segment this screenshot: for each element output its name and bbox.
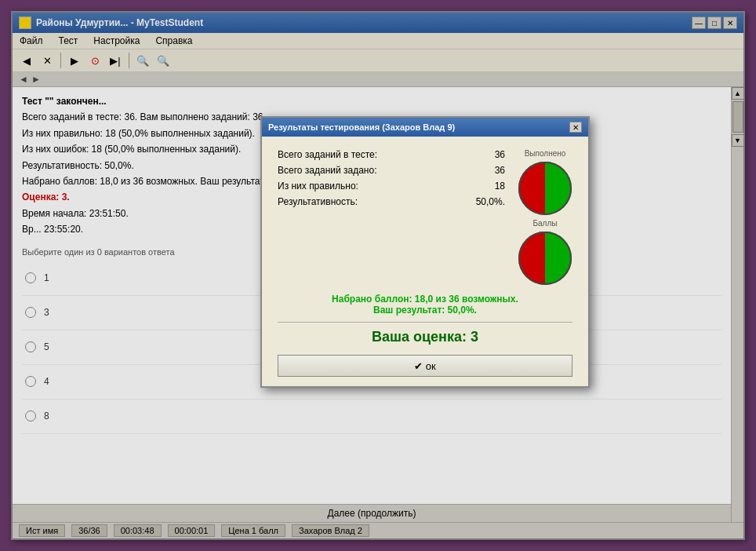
question-radio-1[interactable] bbox=[25, 272, 36, 283]
stat-row-4: Результативность: 50,0%. bbox=[278, 196, 505, 207]
dialog-score-line1: Набрано баллон: 18,0 из 36 возможных. bbox=[278, 294, 572, 305]
pie-chart-2-svg bbox=[518, 231, 572, 286]
nav-forward-arrow[interactable]: ► bbox=[31, 74, 41, 85]
status-user: Захаров Влад 2 bbox=[292, 524, 369, 537]
toolbar: ◀ ✕ ▶ ⊙ ▶| 🔍 🔍 bbox=[13, 49, 743, 72]
dialog-grade-label: Ваша оценка: bbox=[372, 329, 467, 345]
scroll-up-arrow[interactable]: ▲ bbox=[732, 87, 744, 100]
scroll-down-arrow[interactable]: ▼ bbox=[732, 134, 744, 147]
dialog-stats-row: Всего заданий в тесте: 36 Всего заданий … bbox=[278, 149, 572, 286]
dialog-grade-value: 3 bbox=[471, 329, 478, 345]
stat-label-2: Всего заданий задано: bbox=[278, 165, 377, 176]
menu-help[interactable]: Справка bbox=[153, 35, 194, 47]
title-bar: Районы Удмуртии... - MyTestStudent — □ ✕ bbox=[13, 13, 743, 33]
status-price: Цена 1 балл bbox=[221, 524, 285, 537]
menu-file[interactable]: Файл bbox=[17, 35, 45, 47]
status-bar: Ист имя 36/36 00:03:48 00:00:01 Цена 1 б… bbox=[13, 522, 743, 538]
vertical-scrollbar: ▲ ▼ bbox=[731, 87, 743, 522]
stat-label-1: Всего заданий в тесте: bbox=[278, 149, 377, 160]
status-time1: 00:03:48 bbox=[114, 524, 162, 537]
window-title: Районы Удмуртии... - MyTestStudent bbox=[36, 17, 203, 28]
menu-bar: Файл Тест Настройка Справка bbox=[13, 33, 743, 49]
stat-value-3: 18 bbox=[495, 181, 505, 192]
app-icon bbox=[19, 16, 31, 29]
title-bar-buttons: — □ ✕ bbox=[692, 16, 737, 29]
pie-chart-2 bbox=[518, 231, 572, 286]
stat-label-3: Из них правильно: bbox=[278, 181, 358, 192]
question-num-1: 1 bbox=[44, 272, 49, 283]
dialog-content: Всего заданий в тесте: 36 Всего заданий … bbox=[262, 137, 588, 386]
menu-test[interactable]: Тест bbox=[56, 35, 81, 47]
minimize-button[interactable]: — bbox=[692, 16, 706, 29]
nav-back-arrow[interactable]: ◄ bbox=[19, 74, 28, 85]
toolbar-zoom-button[interactable]: 🔍 bbox=[154, 52, 173, 69]
results-title: Тест "" закончен... bbox=[22, 93, 721, 109]
status-time2: 00:00:01 bbox=[168, 524, 216, 537]
stat-value-1: 36 bbox=[495, 149, 505, 160]
question-radio-3[interactable] bbox=[25, 341, 36, 352]
stat-value-2: 36 bbox=[495, 165, 505, 176]
question-num-5: 8 bbox=[44, 411, 49, 421]
question-radio-5[interactable] bbox=[25, 411, 36, 421]
close-button[interactable]: ✕ bbox=[723, 16, 737, 29]
dialog-close-button[interactable]: ✕ bbox=[569, 122, 582, 133]
stat-row-2: Всего заданий задано: 36 bbox=[278, 165, 505, 176]
toolbar-step-button[interactable]: ▶| bbox=[106, 52, 125, 69]
dialog-title-bar: Результаты тестирования (Захаров Влад 9)… bbox=[262, 118, 588, 137]
toolbar-back-button[interactable]: ◀ bbox=[17, 52, 36, 69]
pie-chart-1 bbox=[518, 161, 572, 216]
dialog-title: Результаты тестирования (Захаров Влад 9) bbox=[268, 122, 455, 132]
bottom-panel: Далее (продолжить) bbox=[13, 504, 731, 522]
menu-settings[interactable]: Настройка bbox=[91, 35, 142, 47]
status-name: Ист имя bbox=[19, 524, 65, 537]
question-row-5: 8 bbox=[22, 400, 721, 434]
question-num-2: 3 bbox=[44, 307, 49, 318]
dialog-score-text: Набрано баллон: 18,0 из 36 возможных. Ва… bbox=[278, 294, 572, 316]
stat-label-4: Результативность: bbox=[278, 196, 358, 207]
bottom-text: Далее (продолжить) bbox=[328, 508, 416, 519]
maximize-button[interactable]: □ bbox=[707, 16, 721, 29]
title-bar-left: Районы Удмуртии... - MyTestStudent bbox=[19, 16, 203, 29]
question-radio-2[interactable] bbox=[25, 307, 36, 318]
stat-row-1: Всего заданий в тесте: 36 bbox=[278, 149, 505, 160]
toolbar-search-button[interactable]: 🔍 bbox=[133, 52, 152, 69]
nav-bar: ◄ ► bbox=[13, 72, 743, 87]
toolbar-stop-button[interactable]: ✕ bbox=[38, 52, 56, 69]
dialog-score-line2: Ваш результат: 50,0%. bbox=[278, 305, 572, 316]
stat-value-4: 50,0%. bbox=[476, 196, 505, 207]
toolbar-record-button[interactable]: ⊙ bbox=[85, 52, 104, 69]
question-num-4: 4 bbox=[44, 376, 49, 387]
status-count: 36/36 bbox=[71, 524, 107, 537]
question-num-3: 5 bbox=[44, 341, 49, 352]
chart-column: Выполнено Баллы bbox=[518, 149, 572, 286]
scroll-thumb[interactable] bbox=[732, 101, 743, 133]
stat-row-3: Из них правильно: 18 bbox=[278, 181, 505, 192]
chart-label-2: Баллы bbox=[533, 219, 558, 228]
question-radio-4[interactable] bbox=[25, 376, 36, 387]
svg-point-3 bbox=[519, 232, 571, 284]
dialog-grade: Ваша оценка: 3 bbox=[278, 329, 572, 345]
dialog-stats-left: Всего заданий в тесте: 36 Всего заданий … bbox=[278, 149, 505, 212]
pie-chart-1-svg bbox=[518, 161, 572, 216]
svg-point-1 bbox=[519, 162, 571, 214]
toolbar-separator-1 bbox=[60, 53, 61, 68]
chart-label-1: Выполнено bbox=[525, 149, 566, 158]
results-dialog: Результаты тестирования (Захаров Влад 9)… bbox=[260, 116, 590, 388]
dialog-divider bbox=[278, 322, 572, 323]
dialog-ok-button[interactable]: ✔ ок bbox=[278, 355, 572, 377]
toolbar-play-button[interactable]: ▶ bbox=[65, 52, 84, 69]
toolbar-separator-2 bbox=[129, 53, 129, 68]
